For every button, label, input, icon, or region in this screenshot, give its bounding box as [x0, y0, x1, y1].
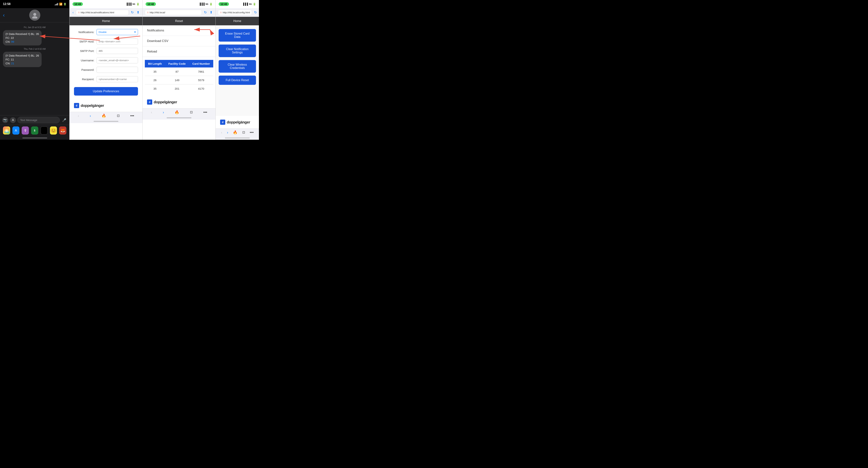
reload-button[interactable]: ↻: [203, 10, 208, 15]
full-device-reset-button[interactable]: Full Device Reset: [219, 76, 256, 85]
battery-icon: 🔋: [253, 3, 256, 5]
home-nav-button[interactable]: Home: [69, 17, 143, 25]
share-button[interactable]: ⬆: [209, 10, 213, 15]
config-panel: 12:43 ▐▐▐ 5G 🔋 ⚠ http://rfid.local/confi…: [215, 0, 259, 140]
url-bar[interactable]: ⚠ http://rfid.local/config.html: [218, 10, 252, 15]
username-row: Username:: [74, 57, 138, 63]
shield-icon: ⚠: [78, 11, 80, 14]
date-label-2: Thu, Feb 2 at 8:32 AM: [3, 48, 66, 50]
microphone-icon[interactable]: 🎤: [61, 117, 67, 123]
window-icon[interactable]: ⊡: [117, 114, 120, 118]
window-icon[interactable]: ⊡: [242, 130, 245, 134]
col-bit-length: Bit Length: [145, 60, 165, 67]
more-options-icon[interactable]: •••: [130, 114, 134, 118]
time-display: 12:58: [3, 2, 10, 6]
table-row: 35 201 4170: [145, 85, 213, 93]
brand-footer: d doppelgänger: [216, 116, 259, 129]
password-input[interactable]: [97, 67, 138, 73]
card-number-cell: 7861: [189, 67, 213, 76]
card-number-link-1[interactable]: 99: [11, 40, 14, 43]
home-bar: [167, 118, 191, 118]
reload-menu-item[interactable]: Reload: [143, 46, 215, 57]
home-nav-button[interactable]: Home: [216, 17, 259, 25]
clear-notification-settings-button[interactable]: Clear Notification Settings: [219, 44, 256, 57]
notifications-menu-item[interactable]: Notifications: [143, 25, 215, 36]
fitness-icon[interactable]: ⬤: [40, 126, 48, 135]
back-button[interactable]: ‹: [72, 10, 74, 15]
fiveg-label: 5G: [132, 3, 135, 5]
home-indicator: [69, 120, 143, 123]
message-text-input[interactable]: Text Message: [18, 117, 60, 123]
forward-nav-button[interactable]: ›: [90, 114, 91, 118]
back-nav-button[interactable]: ‹: [221, 130, 222, 135]
apps-icon[interactable]: A: [10, 117, 16, 123]
card-number-link-2[interactable]: 21: [11, 62, 14, 65]
recipient-row: Recipient:: [74, 76, 138, 82]
reload-button[interactable]: ↻: [130, 10, 134, 15]
status-icons: ▐▐▐ 5G 🔋: [199, 3, 213, 5]
table-row: 26 149 5579: [145, 76, 213, 85]
brand-footer: d doppelgänger: [69, 99, 143, 112]
card-number-cell: 5579: [189, 76, 213, 85]
photos-app-icon[interactable]: 🌅: [3, 126, 10, 135]
more-options-icon[interactable]: •••: [203, 110, 207, 114]
shield-icon: ⚠: [147, 11, 149, 14]
cash-app-icon[interactable]: $: [31, 126, 38, 135]
fire-icon: 🔥: [175, 110, 179, 114]
signal-icon: ▐▐▐: [199, 3, 205, 5]
more-options-icon[interactable]: •••: [250, 130, 254, 135]
share-button[interactable]: ⬆: [136, 10, 140, 15]
notifications-panel: 12:43 ▐▐▐ 5G 🔋 ‹ ⚠ http://rfid.local/not…: [69, 0, 143, 140]
back-nav-button[interactable]: ‹: [78, 114, 79, 118]
brand-footer: d doppelgänger: [143, 96, 215, 108]
reload-button[interactable]: ↻: [253, 10, 258, 15]
other-app-icon[interactable]: 🦊: [59, 126, 66, 135]
appstore-icon[interactable]: A: [12, 126, 20, 135]
status-icons: ▐▐▐ 5G 🔋: [243, 3, 256, 5]
card-data-table: Bit Length Facility Code Card Number 35 …: [145, 60, 213, 93]
app-dock: 🌅 A 🎙 $ ⬤ 😊 🦊: [0, 125, 69, 136]
username-input[interactable]: [97, 57, 138, 63]
bit-length-cell: 35: [145, 85, 165, 93]
fire-icon: 🔥: [233, 130, 238, 135]
home-bar: [94, 121, 118, 122]
url-text: http://rfid.local/config.html: [223, 11, 250, 14]
browser-bottom-nav: ‹ › 🔥 ⊡ •••: [216, 129, 259, 136]
shield-icon: ⚠: [220, 11, 222, 14]
erase-card-data-button[interactable]: Erase Stored Card Data: [219, 29, 256, 42]
podcasts-icon[interactable]: 🎙: [22, 126, 29, 135]
smtp-port-input[interactable]: [97, 48, 138, 54]
home-bar: [225, 137, 250, 138]
config-buttons-section: Erase Stored Card Data Clear Notificatio…: [216, 25, 259, 116]
reset-nav-button[interactable]: Reset: [143, 17, 215, 25]
message-input-bar: 📷 A Text Message 🎤: [0, 115, 69, 125]
update-preferences-button[interactable]: Update Preferences: [74, 87, 138, 96]
card-number-cell: 4170: [189, 85, 213, 93]
forward-nav-button[interactable]: ›: [227, 130, 228, 135]
brand-logo: d: [74, 103, 79, 108]
status-bar: 12:58 📶 🔋: [0, 0, 69, 8]
smtp-host-input[interactable]: [97, 38, 138, 44]
back-button[interactable]: ‹: [3, 12, 5, 18]
fiveg-label: 5G: [206, 3, 208, 5]
download-csv-menu-item[interactable]: Download CSV: [143, 36, 215, 46]
smtp-host-label: SMTP Host:: [74, 40, 94, 43]
brand-name: doppelgänger: [227, 120, 250, 124]
browser-bottom-nav: ‹ › 🔥 ⊡ •••: [143, 108, 215, 116]
message-bubble-2: (!! Data Received !!) BL: 26 FC: 11 CN: …: [3, 52, 42, 67]
url-bar[interactable]: ⚠ http://rfid.local/notifications.html: [76, 10, 129, 15]
browser-bar: ⚠ http://rfid.local/config.html ↻ ⬆: [216, 8, 259, 17]
notifications-form: Notifications: Disable Enable SMTP Host:…: [69, 25, 143, 99]
recipient-input[interactable]: [97, 76, 138, 82]
memoji-icon[interactable]: 😊: [50, 126, 57, 135]
fiveg-label: 5G: [249, 3, 252, 5]
url-bar[interactable]: ⚠ http://rfid.local/: [145, 10, 202, 15]
back-nav-button[interactable]: ‹: [151, 110, 152, 114]
camera-icon[interactable]: 📷: [2, 117, 8, 123]
forward-nav-button[interactable]: ›: [163, 110, 164, 114]
signal-icon: ▐▐▐: [126, 3, 131, 5]
notifications-select[interactable]: Disable Enable: [97, 29, 138, 35]
window-icon[interactable]: ⊡: [190, 110, 193, 114]
clear-wireless-credentials-button[interactable]: Clear Wireless Credentials: [219, 60, 256, 73]
message-list: Fri, Jan 20 at 9:31 AM (!! Data Received…: [0, 22, 69, 115]
